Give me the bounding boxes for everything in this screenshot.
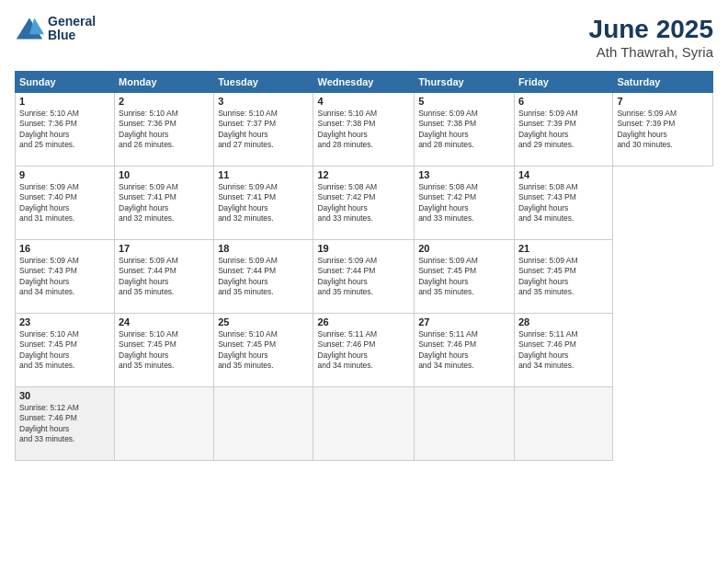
col-header-saturday: Saturday <box>613 72 713 93</box>
calendar-table: SundayMondayTuesdayWednesdayThursdayFrid… <box>15 71 713 461</box>
col-header-sunday: Sunday <box>16 72 115 93</box>
day-number: 18 <box>218 243 309 254</box>
day-info: Sunrise: 5:09 AMSunset: 7:40 PMDaylight … <box>19 182 110 224</box>
calendar-subtitle: Ath Thawrah, Syria <box>589 44 713 60</box>
header-row: SundayMondayTuesdayWednesdayThursdayFrid… <box>16 72 713 93</box>
day-number: 17 <box>119 243 210 254</box>
day-number: 5 <box>418 96 510 107</box>
day-number: 3 <box>218 96 309 107</box>
col-header-tuesday: Tuesday <box>214 72 313 93</box>
day-info: Sunrise: 5:11 AMSunset: 7:46 PMDaylight … <box>518 329 609 372</box>
day-cell: 30Sunrise: 5:12 AMSunset: 7:46 PMDayligh… <box>16 387 115 461</box>
logo-text: General Blue <box>48 15 96 43</box>
day-number: 23 <box>19 316 110 327</box>
day-cell: 25Sunrise: 5:10 AMSunset: 7:45 PMDayligh… <box>214 314 313 387</box>
day-cell: 5Sunrise: 5:09 AMSunset: 7:38 PMDaylight… <box>415 93 515 167</box>
day-cell: 23Sunrise: 5:10 AMSunset: 7:45 PMDayligh… <box>16 314 115 387</box>
day-info: Sunrise: 5:08 AMSunset: 7:43 PMDaylight … <box>518 182 609 224</box>
day-number: 26 <box>317 316 410 327</box>
col-header-thursday: Thursday <box>415 72 515 93</box>
day-info: Sunrise: 5:10 AMSunset: 7:37 PMDaylight … <box>218 109 309 151</box>
day-number: 24 <box>119 316 210 327</box>
day-info: Sunrise: 5:09 AMSunset: 7:45 PMDaylight … <box>518 256 609 298</box>
day-info: Sunrise: 5:10 AMSunset: 7:36 PMDaylight … <box>19 109 110 151</box>
col-header-friday: Friday <box>514 72 612 93</box>
week-row-3: 23Sunrise: 5:10 AMSunset: 7:45 PMDayligh… <box>16 314 713 387</box>
day-info: Sunrise: 5:09 AMSunset: 7:45 PMDaylight … <box>418 256 510 298</box>
day-info: Sunrise: 5:09 AMSunset: 7:44 PMDaylight … <box>218 256 309 298</box>
col-header-wednesday: Wednesday <box>313 72 415 93</box>
day-cell: 3Sunrise: 5:10 AMSunset: 7:37 PMDaylight… <box>214 93 313 167</box>
day-number: 21 <box>518 243 609 254</box>
day-number: 7 <box>617 96 709 107</box>
day-cell: 12Sunrise: 5:08 AMSunset: 7:42 PMDayligh… <box>313 167 415 240</box>
day-number: 13 <box>418 169 510 180</box>
day-info: Sunrise: 5:10 AMSunset: 7:38 PMDaylight … <box>317 109 410 151</box>
day-cell: 27Sunrise: 5:11 AMSunset: 7:46 PMDayligh… <box>415 314 515 387</box>
day-cell: 11Sunrise: 5:09 AMSunset: 7:41 PMDayligh… <box>214 167 313 240</box>
day-number: 25 <box>218 316 309 327</box>
day-info: Sunrise: 5:10 AMSunset: 7:36 PMDaylight … <box>119 109 210 151</box>
calendar-title: June 2025 <box>589 15 713 44</box>
week-row-4: 30Sunrise: 5:12 AMSunset: 7:46 PMDayligh… <box>16 387 713 461</box>
day-cell: 24Sunrise: 5:10 AMSunset: 7:45 PMDayligh… <box>115 314 214 387</box>
week-row-0: 1Sunrise: 5:10 AMSunset: 7:36 PMDaylight… <box>16 93 713 167</box>
day-cell: 1Sunrise: 5:10 AMSunset: 7:36 PMDaylight… <box>16 93 115 167</box>
day-number: 10 <box>119 169 210 180</box>
day-info: Sunrise: 5:10 AMSunset: 7:45 PMDaylight … <box>19 329 110 372</box>
day-info: Sunrise: 5:09 AMSunset: 7:41 PMDaylight … <box>218 182 309 224</box>
day-cell: 9Sunrise: 5:09 AMSunset: 7:40 PMDaylight… <box>16 167 115 240</box>
day-cell: 18Sunrise: 5:09 AMSunset: 7:44 PMDayligh… <box>214 240 313 314</box>
day-number: 1 <box>19 96 110 107</box>
week-row-2: 16Sunrise: 5:09 AMSunset: 7:43 PMDayligh… <box>16 240 713 314</box>
day-number: 4 <box>317 96 410 107</box>
page: General Blue June 2025 Ath Thawrah, Syri… <box>0 0 728 563</box>
day-cell: 28Sunrise: 5:11 AMSunset: 7:46 PMDayligh… <box>514 314 612 387</box>
day-cell: 4Sunrise: 5:10 AMSunset: 7:38 PMDaylight… <box>313 93 415 167</box>
day-number: 16 <box>19 243 110 254</box>
day-number: 27 <box>418 316 510 327</box>
day-cell: 7Sunrise: 5:09 AMSunset: 7:39 PMDaylight… <box>613 93 713 167</box>
header: General Blue June 2025 Ath Thawrah, Syri… <box>15 15 713 60</box>
title-block: June 2025 Ath Thawrah, Syria <box>589 15 713 60</box>
day-cell <box>514 387 612 461</box>
day-number: 19 <box>317 243 410 254</box>
day-info: Sunrise: 5:09 AMSunset: 7:43 PMDaylight … <box>19 256 110 298</box>
day-info: Sunrise: 5:09 AMSunset: 7:39 PMDaylight … <box>617 109 709 151</box>
logo: General Blue <box>15 15 96 43</box>
logo-icon <box>15 16 44 41</box>
day-info: Sunrise: 5:11 AMSunset: 7:46 PMDaylight … <box>317 329 410 372</box>
day-number: 11 <box>218 169 309 180</box>
day-info: Sunrise: 5:09 AMSunset: 7:39 PMDaylight … <box>518 109 609 151</box>
day-number: 9 <box>19 169 110 180</box>
day-number: 12 <box>317 169 410 180</box>
day-cell: 26Sunrise: 5:11 AMSunset: 7:46 PMDayligh… <box>313 314 415 387</box>
day-cell: 2Sunrise: 5:10 AMSunset: 7:36 PMDaylight… <box>115 93 214 167</box>
day-info: Sunrise: 5:09 AMSunset: 7:44 PMDaylight … <box>119 256 210 298</box>
logo-line2: Blue <box>48 29 96 42</box>
day-info: Sunrise: 5:10 AMSunset: 7:45 PMDaylight … <box>218 329 309 372</box>
day-cell: 20Sunrise: 5:09 AMSunset: 7:45 PMDayligh… <box>415 240 515 314</box>
day-info: Sunrise: 5:10 AMSunset: 7:45 PMDaylight … <box>119 329 210 372</box>
day-cell: 19Sunrise: 5:09 AMSunset: 7:44 PMDayligh… <box>313 240 415 314</box>
day-cell <box>313 387 415 461</box>
day-info: Sunrise: 5:09 AMSunset: 7:44 PMDaylight … <box>317 256 410 298</box>
day-info: Sunrise: 5:08 AMSunset: 7:42 PMDaylight … <box>317 182 410 224</box>
day-info: Sunrise: 5:12 AMSunset: 7:46 PMDaylight … <box>19 403 110 445</box>
day-info: Sunrise: 5:11 AMSunset: 7:46 PMDaylight … <box>418 329 510 372</box>
day-cell: 21Sunrise: 5:09 AMSunset: 7:45 PMDayligh… <box>514 240 612 314</box>
day-cell <box>214 387 313 461</box>
day-number: 20 <box>418 243 510 254</box>
logo-line1: General <box>48 15 96 29</box>
week-row-1: 9Sunrise: 5:09 AMSunset: 7:40 PMDaylight… <box>16 167 713 240</box>
day-number: 28 <box>518 316 609 327</box>
day-cell <box>415 387 515 461</box>
day-cell: 14Sunrise: 5:08 AMSunset: 7:43 PMDayligh… <box>514 167 612 240</box>
day-number: 14 <box>518 169 609 180</box>
day-cell: 16Sunrise: 5:09 AMSunset: 7:43 PMDayligh… <box>16 240 115 314</box>
day-cell: 10Sunrise: 5:09 AMSunset: 7:41 PMDayligh… <box>115 167 214 240</box>
day-number: 6 <box>518 96 609 107</box>
day-cell: 6Sunrise: 5:09 AMSunset: 7:39 PMDaylight… <box>514 93 612 167</box>
day-cell: 17Sunrise: 5:09 AMSunset: 7:44 PMDayligh… <box>115 240 214 314</box>
day-number: 30 <box>19 390 110 401</box>
